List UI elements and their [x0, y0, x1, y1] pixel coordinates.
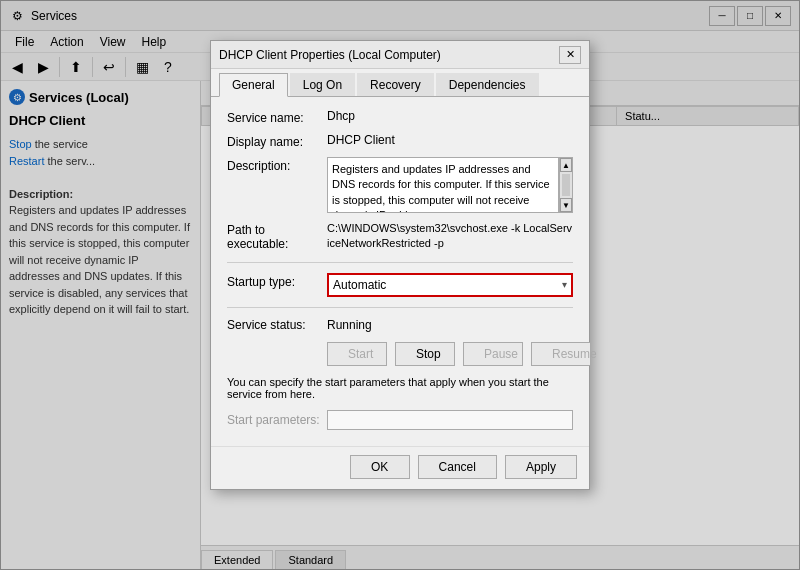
- ok-button[interactable]: OK: [350, 455, 410, 479]
- startup-type-value: Automatic: [333, 278, 386, 292]
- start-params-row: Start parameters:: [227, 410, 573, 430]
- path-label: Path to executable:: [227, 221, 327, 251]
- dialog-close-button[interactable]: ✕: [559, 46, 581, 64]
- scrollbar-up[interactable]: ▲: [560, 158, 572, 172]
- path-value: C:\WINDOWS\system32\svchost.exe -k Local…: [327, 221, 573, 252]
- scrollbar-track: [562, 174, 570, 196]
- tab-dependencies[interactable]: Dependencies: [436, 73, 539, 96]
- dialog-content: Service name: Dhcp Display name: DHCP Cl…: [211, 97, 589, 446]
- dialog-footer: OK Cancel Apply: [211, 446, 589, 489]
- start-button[interactable]: Start: [327, 342, 387, 366]
- service-action-buttons: Start Stop Pause Resume: [227, 342, 573, 366]
- scrollbar-down[interactable]: ▼: [560, 198, 572, 212]
- service-name-value: Dhcp: [327, 109, 573, 123]
- startup-type-select[interactable]: Automatic ▾: [327, 273, 573, 297]
- divider-1: [227, 262, 573, 263]
- dialog-tabs: General Log On Recovery Dependencies: [211, 69, 589, 97]
- path-row: Path to executable: C:\WINDOWS\system32\…: [227, 221, 573, 252]
- startup-type-container: Automatic ▾: [327, 273, 573, 297]
- service-name-row: Service name: Dhcp: [227, 109, 573, 125]
- display-name-value: DHCP Client: [327, 133, 573, 147]
- display-name-label: Display name:: [227, 133, 327, 149]
- service-status-row: Service status: Running: [227, 318, 573, 332]
- hint-text: You can specify the start parameters tha…: [227, 376, 573, 400]
- start-params-input[interactable]: [327, 410, 573, 430]
- dialog-overlay: DHCP Client Properties (Local Computer) …: [0, 0, 800, 570]
- pause-button[interactable]: Pause: [463, 342, 523, 366]
- start-params-label: Start parameters:: [227, 413, 327, 427]
- description-row: Description: Registers and updates IP ad…: [227, 157, 573, 213]
- apply-button[interactable]: Apply: [505, 455, 577, 479]
- service-status-label: Service status:: [227, 318, 327, 332]
- service-status-value: Running: [327, 318, 372, 332]
- cancel-button[interactable]: Cancel: [418, 455, 497, 479]
- stop-button[interactable]: Stop: [395, 342, 455, 366]
- tab-general[interactable]: General: [219, 73, 288, 97]
- resume-button[interactable]: Resume: [531, 342, 591, 366]
- tab-recovery[interactable]: Recovery: [357, 73, 434, 96]
- startup-type-chevron: ▾: [562, 279, 567, 290]
- display-name-row: Display name: DHCP Client: [227, 133, 573, 149]
- description-field[interactable]: Registers and updates IP addresses and D…: [327, 157, 559, 213]
- dialog-title: DHCP Client Properties (Local Computer): [219, 48, 559, 62]
- tab-logon[interactable]: Log On: [290, 73, 355, 96]
- dialog-title-bar: DHCP Client Properties (Local Computer) …: [211, 41, 589, 69]
- description-field-label: Description:: [227, 157, 327, 173]
- divider-2: [227, 307, 573, 308]
- startup-type-label: Startup type:: [227, 273, 327, 289]
- startup-type-row: Startup type: Automatic ▾: [227, 273, 573, 297]
- description-field-container: Registers and updates IP addresses and D…: [327, 157, 573, 213]
- dhcp-properties-dialog: DHCP Client Properties (Local Computer) …: [210, 40, 590, 490]
- description-scrollbar[interactable]: ▲ ▼: [559, 157, 573, 213]
- service-name-label: Service name:: [227, 109, 327, 125]
